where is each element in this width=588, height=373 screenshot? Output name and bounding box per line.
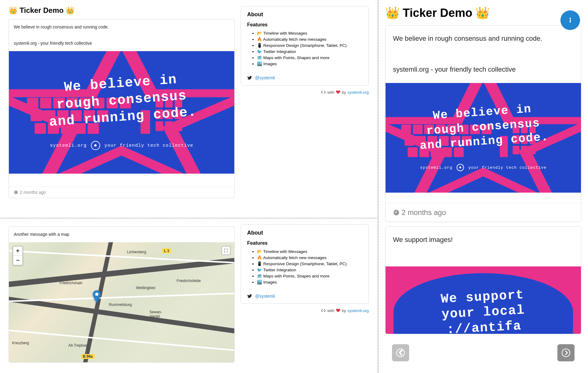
logo-icon: ☻ [91,141,100,150]
zoom-in-button[interactable]: + [13,247,22,256]
timestamp: 2 months ago [20,190,46,195]
banner-slogan: We believe in rough consensus and runnin… [417,100,549,153]
post-line: Another message with a map [14,230,229,239]
twitter-link[interactable]: @systemli [255,75,275,80]
credit-by: by [342,90,346,95]
crown-icon: 👑 [385,6,400,20]
credit-line: with by systemli.org [241,90,369,95]
post-line: We believe in rough consensus and runnin… [14,23,229,31]
heart-icon [336,308,340,313]
clock-icon [14,190,18,194]
svg-point-2 [570,18,571,19]
post-card: We believe in rough consensus and runnin… [385,25,581,222]
banner-tag: your friendly tech collective [468,165,546,170]
info-icon [566,16,575,24]
banner-org: systemli.org [420,165,453,170]
about-heading: About [247,230,362,236]
banner-org: systemli.org [50,143,87,148]
twitter-row: @systemli [247,294,362,299]
post-body: We believe in rough consensus and runnin… [9,19,234,51]
zoom-out-button[interactable]: − [13,256,22,265]
map-label: Alt-Treptow [67,343,88,348]
post-line: systemli.org - your friendly tech collec… [393,62,574,77]
crown-icon: 👑 [9,6,18,15]
credit-with: with [327,308,334,313]
map-label: Friedrichshain [58,281,83,285]
banner-footer: systemli.org ☻ your friendly tech collec… [420,164,547,171]
map[interactable]: Lichtenberg Friedrichshain Kreuzberg Alt… [9,242,234,362]
feature-item: 🔥 Automatically fetch new messages [257,255,362,260]
clock-icon [393,209,400,216]
arrow-left-icon [396,349,405,357]
info-button[interactable] [560,10,580,30]
page-title: 👑 Ticker Demo 👑 [9,6,235,15]
fullscreen-button[interactable] [221,246,231,255]
post-body: We believe in rough consensus and runnin… [386,25,581,83]
credit-link[interactable]: systemli.org [348,90,369,95]
feature-item: 📱 Responsive Design (Smartphone, Tablet,… [257,261,362,266]
post-card: Another message with a map Lichtenberg F… [9,226,235,363]
prev-button[interactable] [392,344,409,361]
twitter-row: @systemli [247,75,362,80]
post-meta: 2 months ago [9,186,234,198]
features-heading: Features [247,240,362,246]
credit-with: with [327,90,334,95]
banner-tag: your friendly tech collective [104,143,193,148]
page-title: 👑 Ticker Demo 👑 [385,6,581,20]
credit-line: with by systemli.org [241,308,369,313]
about-card: About Features 📂 Timeline with Messages🔥… [241,224,369,304]
post-line: systemli.org - your friendly tech collec… [14,39,229,47]
features-list: 📂 Timeline with Messages🔥 Automatically … [247,31,362,66]
post-line: We believe in rough consensus and runnin… [393,31,574,47]
map-label: Sewan- Viertel [149,310,163,319]
route-badge: L 1 [162,248,171,253]
code-icon [321,90,326,95]
feature-item: 📂 Timeline with Messages [257,31,362,36]
post-image: We believe in rough consensus and runnin… [386,83,581,193]
post-image: We believe in rough consensus and runnin… [9,51,234,174]
map-label: Kreuzberg [11,341,30,345]
feature-item: 🗺️ Maps with Points, Shapes and more [257,273,362,278]
twitter-icon [247,75,252,80]
features-heading: Features [247,22,362,28]
credit-link[interactable]: systemli.org [348,308,369,313]
banner-footer: systemli.org ☻ your friendly tech collec… [50,141,193,150]
svg-point-6 [562,349,570,357]
feature-item: 🐦 Twitter Integration [257,267,362,272]
post-body: Another message with a map [9,227,234,242]
post-card: We believe in rough consensus and runnin… [9,19,235,198]
feature-item: 🏙️ Images [257,280,362,284]
heart-icon [336,90,340,94]
map-label: Rummelsburg [108,302,133,307]
feature-item: 📂 Timeline with Messages [257,249,362,254]
arrow-right-icon [562,349,570,357]
feature-item: 🔥 Automatically fetch new messages [257,37,362,42]
about-card: About Features 📂 Timeline with Messages🔥… [241,6,369,85]
twitter-icon [247,294,252,299]
post-card: We support images! We support your local… [385,226,581,334]
next-button[interactable] [557,344,575,361]
feature-item: 🐦 Twitter Integration [257,49,362,54]
route-badge: B 96a [81,354,95,359]
feature-item: 🗺️ Maps with Points, Shapes and more [257,55,362,60]
svg-point-1 [95,292,99,296]
crown-icon: 👑 [475,6,490,20]
title-text: Ticker Demo [403,6,472,20]
svg-rect-3 [570,20,571,23]
title-text: Ticker Demo [20,6,64,15]
feature-item: 🏙️ Images [257,61,362,66]
features-list: 📂 Timeline with Messages🔥 Automatically … [247,249,362,284]
map-label: Lichtenberg [126,250,147,254]
code-icon [321,308,326,313]
map-label: Friedrichsfelde [176,278,202,283]
credit-by: by [342,308,346,313]
about-heading: About [247,11,362,18]
banner-slogan: We believe in rough consensus and runnin… [46,70,197,131]
post-image: We support your local ://antifa [386,266,581,334]
post-line: We support images! [393,232,574,248]
map-zoom-control: + − [13,246,23,266]
crown-icon: 👑 [66,6,75,15]
map-label: Weitlingkiez [135,285,156,290]
timestamp: 2 months ago [401,208,446,217]
twitter-link[interactable]: @systemli [255,294,275,299]
